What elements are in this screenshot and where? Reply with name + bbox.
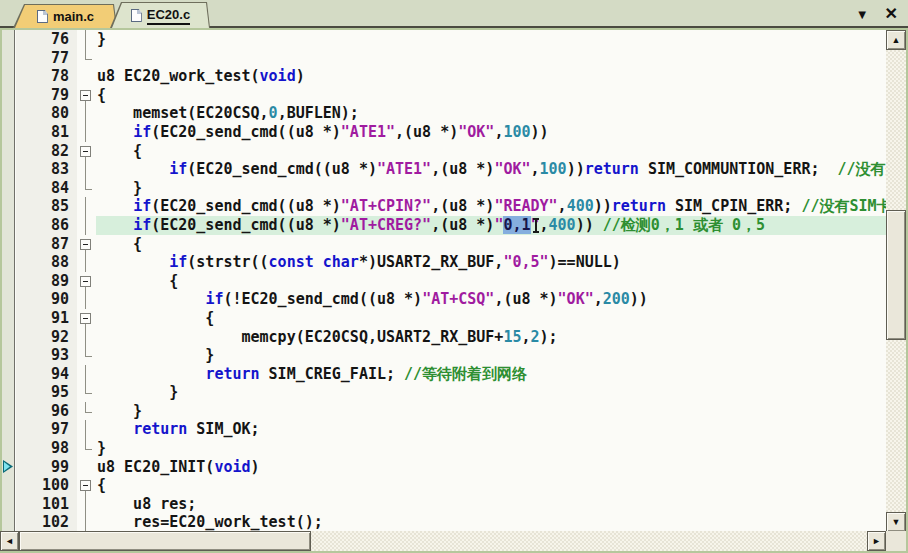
code-line-row[interactable]: 79{	[16, 86, 886, 105]
up-arrow-icon: ▲	[892, 36, 901, 45]
scroll-up-button[interactable]: ▲	[886, 30, 906, 50]
fold-margin	[77, 439, 96, 458]
code-line-row[interactable]: 84 }	[16, 179, 886, 198]
code-line-text: }	[96, 346, 886, 365]
code-line-row[interactable]: 78u8 EC20_work_test(void)	[16, 67, 886, 86]
code-line-row[interactable]: 95 }	[16, 383, 886, 402]
scrollbar-corner	[886, 531, 906, 551]
code-line-row[interactable]: 93 }	[16, 346, 886, 365]
fold-margin	[77, 402, 96, 421]
code-line-text: if(!EC20_send_cmd((u8 *)"AT+CSQ",(u8 *)"…	[96, 290, 886, 309]
code-line-text: u8 EC20_INIT(void)	[96, 458, 886, 477]
code-line-row[interactable]: 94 return SIM_CREG_FAIL; //等待附着到网络	[16, 365, 886, 384]
code-line-row[interactable]: 102 res=EC20_work_test();	[16, 513, 886, 531]
code-line-row[interactable]: 80 memset(EC20CSQ,0,BUFLEN);	[16, 104, 886, 123]
code-editor[interactable]: 76}7778u8 EC20_work_test(void)79{80 mems…	[2, 30, 886, 531]
horizontal-scroll-thumb[interactable]	[19, 531, 311, 551]
tab-bar: main.c EC20.c ▼ ✕	[0, 0, 908, 28]
code-line-text: u8 res;	[96, 495, 886, 514]
line-number: 80	[16, 104, 77, 123]
fold-minus-icon[interactable]	[80, 480, 91, 491]
fold-margin	[77, 123, 96, 142]
code-line-row[interactable]: 87 {	[16, 235, 886, 254]
fold-collapse-button[interactable]	[77, 309, 96, 328]
fold-margin	[77, 216, 96, 235]
code-line-text: }	[96, 383, 886, 402]
code-line-row[interactable]: 76}	[16, 30, 886, 49]
current-line-marker-icon	[3, 460, 13, 473]
line-number: 99	[16, 458, 77, 477]
line-number: 93	[16, 346, 77, 365]
code-line-text: {	[96, 476, 886, 495]
fold-margin	[77, 197, 96, 216]
fold-margin	[77, 420, 96, 439]
line-number: 90	[16, 290, 77, 309]
scroll-left-button[interactable]: ◄	[0, 531, 19, 551]
bookmark-margin	[2, 30, 15, 531]
code-line-text: res=EC20_work_test();	[96, 513, 886, 531]
code-line-row[interactable]: 96 }	[16, 402, 886, 421]
line-number: 96	[16, 402, 77, 421]
code-line-row[interactable]: 88 if(strstr((const char*)USART2_RX_BUF,…	[16, 253, 886, 272]
fold-collapse-button[interactable]	[77, 476, 96, 495]
code-line-row[interactable]: 98}	[16, 439, 886, 458]
line-number: 76	[16, 30, 77, 49]
code-line-row[interactable]: 89 {	[16, 272, 886, 291]
code-line-row[interactable]: 77	[16, 49, 886, 68]
code-line-text: u8 EC20_work_test(void)	[96, 67, 886, 86]
scroll-right-button[interactable]: ►	[867, 531, 886, 551]
fold-minus-icon[interactable]	[80, 239, 91, 250]
code-line-row[interactable]: 99u8 EC20_INIT(void)	[16, 458, 886, 477]
line-number: 92	[16, 328, 77, 347]
document-icon	[37, 10, 48, 23]
fold-minus-icon[interactable]	[80, 146, 91, 157]
menu-dropdown-icon[interactable]: ▼	[856, 8, 869, 21]
code-line-row[interactable]: 92 memcpy(EC20CSQ,USART2_RX_BUF+15,2);	[16, 328, 886, 347]
fold-margin	[77, 104, 96, 123]
vertical-scroll-thumb[interactable]	[886, 210, 906, 340]
fold-collapse-button[interactable]	[77, 272, 96, 291]
fold-collapse-button[interactable]	[77, 142, 96, 161]
scroll-down-button[interactable]: ▼	[886, 512, 906, 532]
line-number: 94	[16, 365, 77, 384]
tab-ec20-c[interactable]: EC20.c	[110, 2, 210, 28]
code-line-text: if(EC20_send_cmd((u8 *)"ATE1",(u8 *)"OK"…	[96, 123, 886, 142]
fold-collapse-button[interactable]	[77, 86, 96, 105]
line-number: 101	[16, 495, 77, 514]
line-number: 100	[16, 476, 77, 495]
close-icon[interactable]: ✕	[885, 6, 898, 22]
code-editor-window: { "colors": { "kw": "#1414cc", "str": "#…	[0, 0, 908, 553]
code-line-text: }	[96, 402, 886, 421]
code-line-row[interactable]: 86 if(EC20_send_cmd((u8 *)"AT+CREG?",(u8…	[16, 216, 886, 235]
code-line-text: }	[96, 439, 886, 458]
code-line-row[interactable]: 82 {	[16, 142, 886, 161]
line-number: 97	[16, 420, 77, 439]
code-line-row[interactable]: 97 return SIM_OK;	[16, 420, 886, 439]
line-number: 95	[16, 383, 77, 402]
fold-minus-icon[interactable]	[80, 90, 91, 101]
code-line-text: }	[96, 179, 886, 198]
code-line-row[interactable]: 85 if(EC20_send_cmd((u8 *)"AT+CPIN?",(u8…	[16, 197, 886, 216]
code-line-row[interactable]: 90 if(!EC20_send_cmd((u8 *)"AT+CSQ",(u8 …	[16, 290, 886, 309]
fold-minus-icon[interactable]	[80, 313, 91, 324]
right-arrow-icon: ►	[872, 537, 881, 546]
fold-collapse-button[interactable]	[77, 235, 96, 254]
fold-margin	[77, 253, 96, 272]
code-line-text: return SIM_CREG_FAIL; //等待附着到网络	[96, 365, 886, 384]
code-line-row[interactable]: 101 u8 res;	[16, 495, 886, 514]
code-line-row[interactable]: 91 {	[16, 309, 886, 328]
line-number: 88	[16, 253, 77, 272]
horizontal-scrollbar[interactable]: ◄ ►	[0, 531, 886, 551]
code-line-row[interactable]: 100{	[16, 476, 886, 495]
fold-margin	[77, 290, 96, 309]
line-number: 85	[16, 197, 77, 216]
code-line-text: if(strstr((const char*)USART2_RX_BUF,"0,…	[96, 253, 886, 272]
code-line-row[interactable]: 83 if(EC20_send_cmd((u8 *)"ATE1",(u8 *)"…	[16, 160, 886, 179]
tab-main-c[interactable]: main.c	[13, 4, 117, 28]
fold-minus-icon[interactable]	[80, 276, 91, 287]
window-controls: ▼ ✕	[856, 0, 898, 28]
vertical-scrollbar[interactable]: ▲ ▼	[886, 30, 906, 532]
line-number: 89	[16, 272, 77, 291]
line-number: 87	[16, 235, 77, 254]
code-line-row[interactable]: 81 if(EC20_send_cmd((u8 *)"ATE1",(u8 *)"…	[16, 123, 886, 142]
